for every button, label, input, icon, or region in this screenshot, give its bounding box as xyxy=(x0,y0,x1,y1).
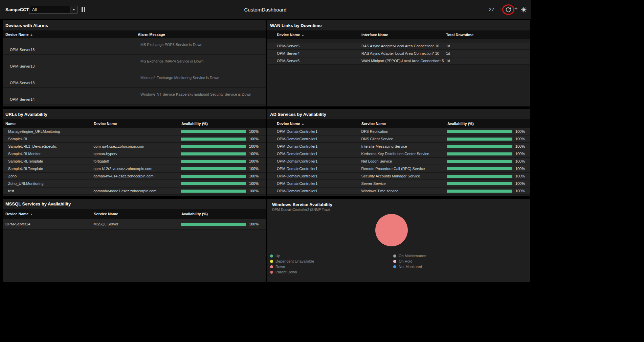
device-name: opm-qa4.csez.zohocorpin.com xyxy=(93,144,181,148)
device-name-link[interactable]: OPM-DomainController1 xyxy=(267,152,361,156)
refresh-button[interactable] xyxy=(505,7,511,13)
brightness-toggle-button[interactable] xyxy=(521,7,527,13)
legend-column-left: Up Dependent Unavailable Down Parent Dow… xyxy=(270,253,314,275)
sun-icon xyxy=(521,7,527,13)
legend-color-dot xyxy=(393,260,396,263)
url-name[interactable]: SampleURLTemplate xyxy=(3,167,93,171)
column-header-availability[interactable]: Availability (%) xyxy=(447,122,516,126)
url-name[interactable]: SampleURLMonitor xyxy=(3,152,93,156)
url-name[interactable]: test xyxy=(3,189,93,193)
device-name-link[interactable]: OPM-DomainController1 xyxy=(267,159,361,163)
column-header-name[interactable]: Name xyxy=(3,122,94,126)
table-row[interactable]: OPM-DomainController1 Net Logon Service … xyxy=(267,158,530,165)
url-name[interactable]: SampleURL1_DeviceSpecific xyxy=(3,144,93,148)
table-row[interactable]: OPM-Server5 WAN Miniport (PPPOE)-Local A… xyxy=(267,57,530,65)
column-header-device-name[interactable]: Device Name xyxy=(267,33,361,37)
panel-mssql-services-by-availability: MSSQL Services by Availability Device Na… xyxy=(3,199,266,282)
device-name-link[interactable]: OPM-DomainController1 xyxy=(267,189,361,193)
table-row[interactable]: OPM-Server5 RAS Async Adapter-Local Area… xyxy=(267,43,530,50)
alarm-message: Windows NT Service Kaspersky Endpoint Se… xyxy=(140,92,251,96)
table-row[interactable]: OPM-DomainController1 DNS Client Service… xyxy=(267,136,530,143)
column-header-service-name[interactable]: Service Name xyxy=(361,122,447,126)
url-name[interactable]: ManageEngine_URLMonitoring xyxy=(3,129,93,133)
device-name-link[interactable]: OPM-DomainController1 xyxy=(267,137,361,141)
column-header-total-downtime[interactable]: Total Downtime xyxy=(446,33,530,37)
table-row[interactable]: ManageEngine_URLMonitoring 100% xyxy=(3,128,266,136)
legend-item-not-monitored[interactable]: Not Monitored xyxy=(393,264,426,269)
service-name: MSSQL Server xyxy=(93,222,181,226)
column-header-service-name[interactable]: Service Name xyxy=(94,212,181,216)
device-name-link[interactable]: OPM-DomainController1 xyxy=(267,181,361,186)
device-name-link[interactable]: OPM-Server13 xyxy=(10,48,35,52)
table-row[interactable]: OPM-Server13 MS Exchange POP3 Service is… xyxy=(3,38,266,55)
availability-value: 100% xyxy=(515,137,530,141)
url-name[interactable]: SampleURLTemplate xyxy=(3,159,93,163)
device-name-link[interactable]: OPM-Server14 xyxy=(3,222,93,226)
table-row[interactable]: Zoho opman-hv-u14.csez.zohocorpin.com 10… xyxy=(3,173,266,180)
url-name[interactable]: Zoho_URLMonitoring xyxy=(3,181,93,186)
column-header-device-name[interactable]: Device Name xyxy=(3,32,138,36)
device-name-link[interactable]: OPM-Server13 xyxy=(10,64,35,68)
panel-urls-by-availability: URLs by Availability Name Device Name Av… xyxy=(3,109,266,196)
table-row[interactable]: OPM-DomainController1 Windows Time servi… xyxy=(267,188,530,195)
legend-item-up[interactable]: Up xyxy=(270,253,314,259)
device-name-link[interactable]: OPM-DomainController1 xyxy=(267,129,361,133)
table-row[interactable]: OPM-Server14 Windows NT Service Kaspersk… xyxy=(3,88,266,104)
table-row[interactable]: OPM-Server4 RAS Async Adapter-Local Area… xyxy=(267,50,530,57)
device-name-link[interactable]: OPM-Server5 xyxy=(267,44,361,48)
url-name[interactable]: SampleURL xyxy=(3,137,93,141)
table-row[interactable]: SampleURLTemplate fortigate0 100% xyxy=(3,158,266,165)
zoom-in-button[interactable]: + xyxy=(514,6,517,12)
table-row[interactable]: OPM-Server13 MS Exchange IMAP4 Service i… xyxy=(3,55,266,71)
column-header-availability[interactable]: Availability (%) xyxy=(181,212,250,216)
legend-item-on-maintenance[interactable]: On Maintenance xyxy=(393,253,426,259)
device-name-link[interactable]: OPM-Server13 xyxy=(10,81,35,85)
pie-chart[interactable] xyxy=(375,214,408,246)
column-header-device-name[interactable]: Device Name xyxy=(94,122,181,126)
device-name-link[interactable]: OPM-Server14 xyxy=(10,97,35,101)
sort-ascending-icon xyxy=(302,34,304,36)
column-header-device-name[interactable]: Device Name xyxy=(267,122,361,126)
availability-bar xyxy=(447,182,512,185)
device-name-link[interactable]: OPM-DomainController1 xyxy=(267,144,361,148)
availability-value: 100% xyxy=(249,181,266,186)
device-name-link[interactable]: OPM-Server5 xyxy=(267,59,361,63)
table-row[interactable]: OPM-DomainController1 Remote Procedure C… xyxy=(267,165,530,173)
table-row[interactable]: OPM-DomainController1 Security Accounts … xyxy=(267,173,530,180)
url-name[interactable]: Zoho xyxy=(3,174,93,178)
table-row[interactable]: OPM-DomainController1 DFS Replication 10… xyxy=(267,128,530,136)
table-row[interactable]: Zoho_URLMonitoring 100% xyxy=(3,180,266,188)
availability-bar xyxy=(447,152,512,155)
legend-item-on-hold[interactable]: On Hold xyxy=(393,259,426,264)
service-name: Server Service xyxy=(361,181,447,186)
service-name: DNS Client Service xyxy=(361,137,447,141)
legend-item-down[interactable]: Down xyxy=(270,264,314,269)
table-row[interactable]: OPM-DomainController1 Intersite Messagin… xyxy=(267,143,530,150)
legend-item-parent-down[interactable]: Parent Down xyxy=(270,269,314,275)
column-header-alarm-message[interactable]: Alarm Message xyxy=(138,32,266,36)
table-row[interactable]: SampleURL1_DeviceSpecific opm-qa4.csez.z… xyxy=(3,143,266,150)
availability-value: 100% xyxy=(249,167,266,171)
column-header-device-name[interactable]: Device Name xyxy=(3,212,94,216)
table-row[interactable]: OPM-DomainController1 Kerberos Key Distr… xyxy=(267,150,530,158)
table-row[interactable]: SampleURLTemplate opm-k12r2-vc.csez.zoho… xyxy=(3,165,266,173)
device-name-link[interactable]: OPM-Server4 xyxy=(267,51,361,55)
table-header: Device Name Alarm Message xyxy=(3,30,266,38)
table-row[interactable]: OPM-Server14 MSSQL Server 100% xyxy=(3,219,266,230)
availability-value: 100% xyxy=(249,152,266,156)
refresh-icon xyxy=(505,7,511,13)
column-header-interface-name[interactable]: Interface Name xyxy=(361,33,446,37)
dashboard-app: SampeCCTV All CustomDashboard 27 - + xyxy=(0,0,531,342)
table-row[interactable]: OPM-Server13 Microsoft Exchange Monitori… xyxy=(3,71,266,88)
legend-item-dependent-unavailable[interactable]: Dependent Unavailable xyxy=(270,259,314,264)
device-name: opm-k12r2-vc.csez.zohocorpin.com xyxy=(93,167,181,171)
table-row[interactable]: SampleURLMonitor opman-hyperv 100% xyxy=(3,150,266,158)
table-row[interactable]: test opmanhv-node1.csez.zohocorpin.com 1… xyxy=(3,188,266,195)
table-row[interactable]: OPM-DomainController1 Server Service 100… xyxy=(267,180,530,188)
table-row[interactable]: SampleURL 100% xyxy=(3,136,266,143)
zoom-out-button[interactable]: - xyxy=(500,6,502,12)
device-name-link[interactable]: OPM-DomainController1 xyxy=(267,174,361,178)
device-name-link[interactable]: OPM-DomainController1 xyxy=(267,167,361,171)
column-header-availability[interactable]: Availability (%) xyxy=(181,122,250,126)
availability-value: 100% xyxy=(249,144,266,148)
